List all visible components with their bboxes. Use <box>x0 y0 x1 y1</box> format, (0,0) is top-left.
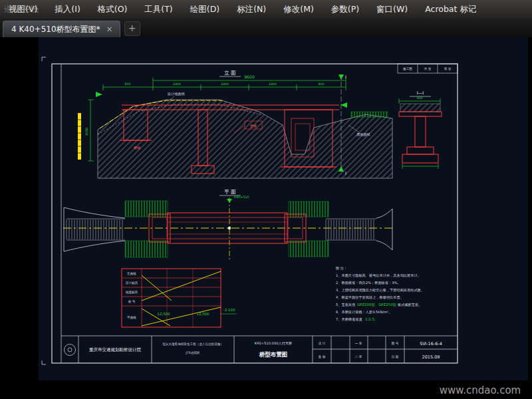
institute-name: 重庆市交通规划勘察设计院 <box>89 347 142 352</box>
review2-label: 二 审 <box>355 355 362 358</box>
dim-seg3: 2400 <box>221 82 229 86</box>
dim-seg5: 800 <box>318 82 324 86</box>
level-staff <box>78 113 81 160</box>
tab-bar: 4 K40+510桥型布置图* × + <box>0 19 532 37</box>
menu-dimension[interactable]: 标注(N) <box>228 0 275 19</box>
menu-window[interactable]: 窗口(W) <box>368 0 416 19</box>
menu-draw[interactable]: 绘图(D) <box>182 0 228 19</box>
dim-height: 4500 <box>85 128 88 136</box>
dim-section-width: 900 <box>416 96 422 100</box>
design-ground-label: 设计地面线 <box>167 92 185 96</box>
plan-center-point <box>228 227 231 229</box>
note-3: 3、上部结构采用预应力砼空心板，下部结构采用柱式墩。 <box>336 288 424 293</box>
document-tab-label: 4 K40+510桥型布置图* <box>11 24 100 35</box>
note-5-highlight: GPZ200型、GPZ250型 <box>357 303 397 307</box>
dim-seg4: 2400 <box>269 82 277 86</box>
note-7-pre: 7、天桥梯道坡度 <box>336 317 362 322</box>
note-4: 4、桥梁平面位于直线段上，桥墩径向布置。 <box>336 295 404 300</box>
embankment-hatch <box>351 112 388 117</box>
section-title: Ⅰ—Ⅰ <box>417 90 424 96</box>
menu-view[interactable]: 视图(V) <box>0 0 46 19</box>
table-row-5: 平曲线 <box>127 315 136 320</box>
menu-format[interactable]: 格式(O) <box>89 0 136 19</box>
elevation-title: 立 面 <box>224 70 236 76</box>
table-row-4: 桩 号 <box>128 300 136 303</box>
notes-title: 附 注： <box>336 266 347 271</box>
menu-bar: 视图(V) 插入(I) 格式(O) 工具(T) 绘图(D) 标注(N) 修改(M… <box>0 0 532 19</box>
drawing-title: 桥型布置图 <box>259 351 288 358</box>
document-tab[interactable]: 4 K40+510桥型布置图* × <box>3 21 120 37</box>
original-ground-label: 原地面线 <box>356 132 370 136</box>
note-2: 2、桥面横坡：双向2%；桥面纵坡：3%。 <box>336 281 401 285</box>
table-row-2: 设计标高 <box>126 281 138 285</box>
drawing-canvas[interactable]: 施工图 共 张 第 张 <box>0 0 532 399</box>
site-watermark: www.cndao.com <box>440 384 521 396</box>
note-1: 1、本图尺寸除标高、桩号以米计外，其余均以厘米计。 <box>336 273 421 278</box>
section-mark-bottom: Ⅰ <box>345 171 346 176</box>
wall-label: 挡墙 <box>250 124 257 128</box>
note-5-pre: 5、支座采用 <box>336 303 355 307</box>
table-value-2: 12,500 <box>197 312 209 316</box>
new-tab-button[interactable]: + <box>124 21 140 36</box>
note-6: 6、本桥设计荷载：人群3.5kN/m²。 <box>336 310 392 315</box>
menu-tools[interactable]: 工具(T) <box>136 0 181 19</box>
tab-close-icon[interactable]: × <box>106 25 113 33</box>
plan-title: 平 面 <box>224 189 236 195</box>
menu-insert[interactable]: 插入(I) <box>46 0 88 19</box>
slope-label: 锥坡 <box>134 146 140 150</box>
section-mark-top: Ⅰ <box>345 74 346 80</box>
note-5-post: 板式橡胶支座。 <box>397 303 422 307</box>
fig-no-value: SⅥ-16-6-4 <box>420 341 442 346</box>
project-line-1: 迎宾大道延伸段改造工程（含人行过街设施） <box>162 342 223 346</box>
table-row-3: 地面标高 <box>125 290 138 295</box>
project-line-2: JTS合同段 <box>186 351 200 354</box>
dim-seg1: 800 <box>124 82 130 86</box>
dim-total: 9600 <box>244 74 255 79</box>
table-value-3: -2.100 <box>223 308 235 312</box>
menu-parametric[interactable]: 参数(P) <box>323 0 368 19</box>
bridge-name: K40+510.000人行天桥 <box>255 341 293 345</box>
menu-modify[interactable]: 修改(M) <box>275 0 323 19</box>
station-label: K40+510 <box>234 196 249 199</box>
review1-label: 一 审 <box>355 342 362 345</box>
dim-seg2: 2400 <box>173 82 181 86</box>
note-7-highlight: 1:2.5。 <box>365 317 378 321</box>
menu-acrobat[interactable]: Acrobat 标记 <box>416 0 485 19</box>
design-label: 设 计 <box>319 341 326 345</box>
date-value: 2015.09 <box>422 354 440 360</box>
table-value-1: 12,500 <box>158 312 170 316</box>
minitable-cell-1: 施工图 <box>402 66 412 71</box>
